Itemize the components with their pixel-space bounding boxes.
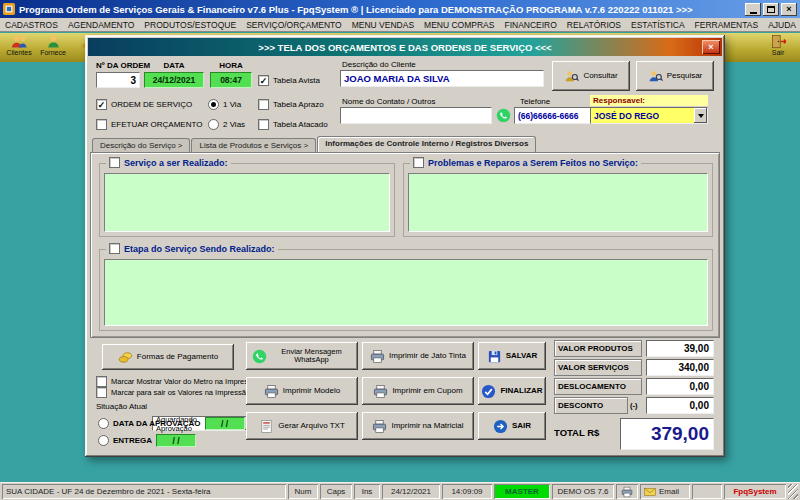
status-email-label: Email <box>659 487 679 496</box>
responsavel-dropdown[interactable]: JOSÉ DO REGO <box>590 107 708 124</box>
menu-financeiro[interactable]: FINANCEIRO <box>499 18 561 31</box>
maximize-icon <box>767 6 775 13</box>
tab-descricao-servico[interactable]: Descrição do Serviço > <box>92 138 190 152</box>
menubar: CADASTROS AGENDAMENTO PRODUTOS/ESTOQUE S… <box>0 18 800 32</box>
whatsapp-icon <box>252 349 267 364</box>
servico-group-header: Serviço a ser Realizado: <box>106 157 231 168</box>
gerar-txt-button[interactable]: Gerar Arquivo TXT <box>246 412 358 440</box>
entrega-row[interactable]: ENTREGA / / <box>98 434 196 447</box>
etapa-checkbox[interactable] <box>109 243 120 254</box>
close-button[interactable]: × <box>781 3 797 16</box>
status-brand: FpqSystem <box>724 484 786 499</box>
problemas-group: Problemas e Reparos a Serem Feitos no Se… <box>403 163 713 237</box>
ordem-servico-checkbox[interactable]: ✓ ORDEM DE SERVIÇO <box>96 99 192 110</box>
button-label: FINALIZAR <box>500 387 542 396</box>
mostrar-metro-checkbox[interactable]: Marcar Mostrar Valor do Metro na Impress… <box>96 376 260 387</box>
dialog-body: Nº DA ORDEM 3 DATA 24/12/2021 HORA 08:47… <box>88 56 722 454</box>
salvar-button[interactable]: SALVAR <box>478 342 546 370</box>
finalizar-button[interactable]: FINALIZAR <box>478 377 546 405</box>
etapa-memo[interactable] <box>104 259 708 326</box>
status-email: Email <box>640 484 690 499</box>
tab-informacoes-controle[interactable]: Informações de Controle Interno / Regist… <box>317 136 536 152</box>
button-label: SAIR <box>512 422 531 431</box>
tab-lista-produtos[interactable]: Lista de Produtos e Serviços > <box>191 138 316 152</box>
pesquisar-button[interactable]: Pesquisar <box>636 61 714 91</box>
client-field[interactable]: JOAO MARIA DA SILVA <box>340 70 544 87</box>
tabela-atacado-checkbox[interactable]: Tabela Atacado <box>258 119 328 130</box>
tabela-aprazo-label: Tabela Aprazo <box>273 100 324 109</box>
menu-compras[interactable]: MENU COMPRAS <box>419 18 499 31</box>
efetuar-orcamento-label: EFETUAR ORÇAMENTO <box>111 120 202 129</box>
status-location: SUA CIDADE - UF 24 de Dezembro de 2021 -… <box>2 484 286 499</box>
menu-ajuda[interactable]: AJUDA <box>763 18 800 31</box>
checkbox-box <box>96 376 107 387</box>
whatsapp-send-button[interactable]: Enviar Mensagem WhatsApp <box>246 342 358 370</box>
sair-valores-label: Marcar para sair os Valores na Impressão <box>111 388 250 397</box>
minimize-icon <box>750 12 757 14</box>
time-field[interactable]: 08:47 <box>210 72 252 88</box>
dropdown-button[interactable] <box>694 108 707 123</box>
desconto-minus: (-) <box>630 401 638 410</box>
check-icon: ✓ <box>98 100 106 110</box>
search-person-icon <box>648 69 663 84</box>
imprimir-jato-tinta-button[interactable]: Imprimir de Jato Tinta <box>362 342 474 370</box>
menu-produtos-estoque[interactable]: PRODUTOS/ESTOQUE <box>139 18 241 31</box>
sair-button[interactable]: SAIR <box>478 412 546 440</box>
menu-vendas[interactable]: MENU VENDAS <box>347 18 419 31</box>
data-aprovacao-label: DATA DA APROVAÇÃO <box>113 419 201 428</box>
status-user: MASTER <box>494 484 550 499</box>
order-number-label: Nº DA ORDEM <box>96 61 150 70</box>
menu-ferramentas[interactable]: FERRAMENTAS <box>690 18 764 31</box>
imprimir-matricial-button[interactable]: Imprimir na Matricial <box>362 412 474 440</box>
menu-estatistica[interactable]: ESTATÍSTICA <box>626 18 690 31</box>
order-number-field[interactable]: 3 <box>96 72 140 88</box>
toolbar-clientes[interactable]: Clientes <box>3 34 35 61</box>
date-field[interactable]: 24/12/2021 <box>144 72 204 88</box>
consultar-button[interactable]: Consultar <box>552 61 630 91</box>
dialog-close-button[interactable]: × <box>702 40 720 54</box>
imprimir-cupom-button[interactable]: Imprimir em Cupom <box>362 377 474 405</box>
minimize-button[interactable] <box>745 3 761 16</box>
efetuar-orcamento-checkbox[interactable]: EFETUAR ORÇAMENTO <box>96 119 202 130</box>
contact-field[interactable] <box>340 107 492 124</box>
toolbar-clientes-label: Clientes <box>6 49 31 56</box>
tabela-aprazo-checkbox[interactable]: Tabela Aprazo <box>258 99 324 110</box>
menu-agendamento[interactable]: AGENDAMENTO <box>63 18 139 31</box>
checkbox-box <box>258 99 269 110</box>
via1-radio[interactable]: 1 Via <box>208 99 241 110</box>
tabela-avista-checkbox[interactable]: ✓ Tabela Avista <box>258 75 320 86</box>
checkbox-box: ✓ <box>258 75 269 86</box>
status-ins: Ins <box>354 484 380 499</box>
data-aprovacao-row[interactable]: DATA DA APROVAÇÃO / / <box>98 417 245 430</box>
tabela-atacado-label: Tabela Atacado <box>273 120 328 129</box>
radio-dot <box>208 99 219 110</box>
via1-label: 1 Via <box>223 100 241 109</box>
resize-grip[interactable] <box>788 484 798 499</box>
desconto-label: DESCONTO <box>554 397 628 414</box>
imprimir-modelo-button[interactable]: Imprimir Modelo <box>246 377 358 405</box>
formas-pagamento-button[interactable]: Formas de Pagamento <box>102 344 234 370</box>
data-aprovacao-field[interactable]: / / <box>205 417 245 430</box>
menu-cadastros[interactable]: CADASTROS <box>0 18 63 31</box>
email-icon <box>644 488 656 496</box>
radio-dot <box>98 435 109 446</box>
txt-file-icon <box>259 419 274 434</box>
sair-valores-checkbox[interactable]: Marcar para sair os Valores na Impressão <box>96 387 250 398</box>
menu-relatorios[interactable]: RELATÓRIOS <box>562 18 626 31</box>
radio-dot <box>208 119 219 130</box>
servico-memo[interactable] <box>104 173 390 232</box>
problemas-checkbox[interactable] <box>413 157 424 168</box>
toolbar-sair[interactable]: Sair <box>762 34 794 61</box>
deslocamento-label: DESLOCAMENTO <box>554 378 642 395</box>
entrega-field[interactable]: / / <box>156 434 196 447</box>
via2-radio[interactable]: 2 Vias <box>208 119 245 130</box>
button-label: Gerar Arquivo TXT <box>278 422 345 431</box>
servico-checkbox[interactable] <box>109 157 120 168</box>
printer-icon <box>621 486 633 498</box>
maximize-button[interactable] <box>763 3 779 16</box>
problemas-memo[interactable] <box>408 173 708 232</box>
client-label: Descrição do Cliente <box>342 60 416 69</box>
menu-servico-orcamento[interactable]: SERVIÇO/ORÇAMENTO <box>241 18 347 31</box>
toolbar-fornecedores[interactable]: Fornece <box>37 34 69 61</box>
check-icon: ✓ <box>260 76 268 86</box>
